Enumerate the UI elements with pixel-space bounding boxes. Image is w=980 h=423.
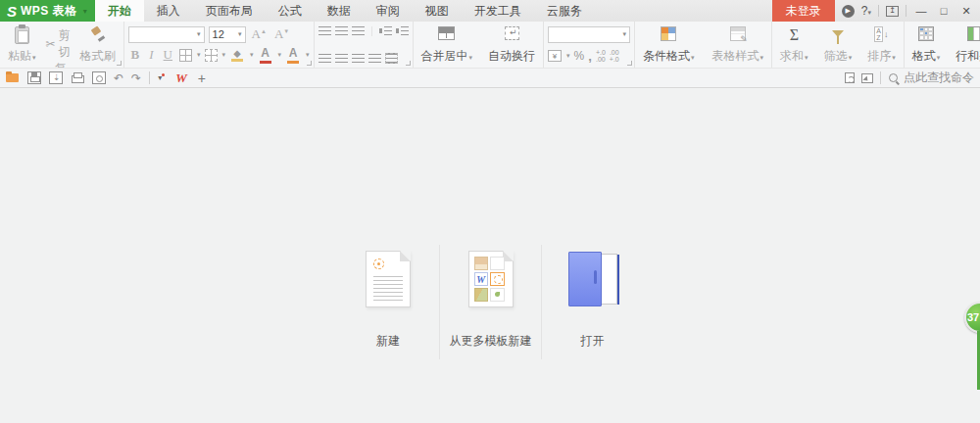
clipboard-group: 粘贴▾ ✂ 剪切 复制 格式刷 [0,22,124,68]
tab-page-layout[interactable]: 页面布局 [193,0,266,22]
template-thumbnails: W [474,257,505,302]
print-preview-icon[interactable] [92,71,106,84]
increase-indent-icon[interactable] [396,26,409,35]
conditional-format-button[interactable]: 条件格式▾ [639,24,699,67]
borders-icon[interactable] [179,49,192,62]
increase-decimal-button[interactable]: +.0.00 [596,49,606,63]
wps-s-icon: S [7,4,17,19]
tab-insert[interactable]: 插入 [144,0,193,22]
tab-cloud[interactable]: 云服务 [534,0,595,22]
export-pdf-icon[interactable] [49,71,63,84]
table-style-button[interactable]: 表格样式▾ [709,24,768,67]
cut-button[interactable]: ✂ 剪切 [46,27,71,61]
open-file-action[interactable]: 打开 [541,245,643,359]
save-icon[interactable] [27,71,41,84]
tab-developer[interactable]: 开发工具 [462,0,534,22]
alignment-dialog-launcher[interactable] [406,61,411,66]
align-center-icon[interactable] [335,54,348,63]
grow-font-button[interactable]: A▲ [250,26,269,42]
print-icon[interactable] [71,71,84,84]
tab-data[interactable]: 数据 [315,0,364,22]
minimize-button[interactable]: — [913,5,929,17]
text-orientation-icon[interactable] [385,53,398,64]
copy-button[interactable]: 复制 [46,61,71,70]
align-bottom-icon[interactable] [352,26,365,35]
switch-window-icon[interactable] [861,73,873,83]
paint-bucket-icon: ⬥ [234,48,241,59]
new-document-action[interactable]: 新建 [337,245,439,359]
percent-style-button[interactable]: % [574,49,585,63]
titlebar-controls: 未登录 ▶ ?▾ ↥ — □ ✕ [772,0,980,22]
customize-toolbar-icon[interactable]: ▾ [158,73,165,82]
ribbon-tabs: 开始 插入 页面布局 公式 数据 审阅 视图 开发工具 云服务 [95,0,595,22]
font-name-combo[interactable]: ▾ [128,26,205,43]
italic-button[interactable]: I [146,47,156,63]
open-file-label: 打开 [581,333,605,350]
bold-button[interactable]: B [128,47,143,63]
paste-button[interactable]: 粘贴▾ [4,24,40,67]
close-button[interactable]: ✕ [958,5,974,18]
new-from-template-action[interactable]: W 从更多模板新建 [439,245,541,359]
rows-columns-icon [967,26,980,41]
new-document-tab-button[interactable]: + [198,70,206,86]
task-window-icon[interactable] [845,72,855,83]
sort-button[interactable]: AZ↓ 排序▾ [863,24,900,67]
sigma-icon: Σ [790,26,799,44]
clipboard-dialog-launcher[interactable] [117,61,122,66]
justify-icon[interactable] [368,54,381,63]
merge-center-button[interactable]: 合并居中▾ [417,24,477,67]
highlight-color-button[interactable]: A [285,47,301,63]
feedback-icon[interactable]: ▶ [842,5,855,18]
divider [149,71,150,84]
open-file-icon[interactable] [6,71,20,84]
tab-formulas[interactable]: 公式 [266,0,315,22]
command-search[interactable]: 点此查找命令 [888,70,974,86]
fill-color-button[interactable]: ⬥ [229,48,245,62]
font-color-button[interactable]: A [258,47,273,63]
styles-group: 条件格式▾ 表格样式▾ [635,22,772,68]
divider [880,71,881,84]
document-tab-wps-icon[interactable]: W [172,70,190,86]
maximize-button[interactable]: □ [936,5,952,17]
sort-az-icon: AZ↓ [874,26,888,42]
merge-center-icon [438,26,455,40]
ribbon: 粘贴▾ ✂ 剪切 复制 格式刷 ▾ [0,22,980,69]
wrap-text-button[interactable]: 自动换行 [484,24,539,67]
tab-review[interactable]: 审阅 [364,0,413,22]
chevron-down-icon: ▾ [83,7,87,16]
filter-button[interactable]: 筛选▾ [820,24,857,67]
new-document-icon [366,251,411,307]
funnel-icon [832,30,844,37]
sum-button[interactable]: Σ 求和▾ [776,24,812,67]
align-left-icon[interactable] [318,54,331,63]
help-button[interactable]: ?▾ [861,4,871,18]
format-painter-button[interactable]: 格式刷 [76,24,120,67]
align-middle-icon[interactable] [335,26,348,35]
shrink-font-button[interactable]: A▼ [272,26,291,42]
wps-logo[interactable]: S WPS 表格 ▾ [0,0,95,22]
rows-columns-button[interactable]: 行和列▾ [952,24,980,67]
draw-border-icon[interactable] [205,49,218,62]
hide-ribbon-icon[interactable]: ↥ [886,6,899,17]
currency-format-icon[interactable]: ¥ [548,50,562,62]
font-group: ▾ 12▾ A▲ A▼ B I U ▾ ▾ ⬥▾ A▾ A▾ [124,22,315,68]
underline-button[interactable]: U [161,47,175,63]
undo-icon[interactable]: ↶ [114,71,123,85]
command-search-hint: 点此查找命令 [904,70,974,86]
tab-view[interactable]: 视图 [413,0,462,22]
scissors-icon: ✂ [46,37,56,51]
align-top-icon[interactable] [318,26,331,35]
font-dialog-launcher[interactable] [307,61,312,66]
decrease-indent-icon[interactable] [379,26,392,35]
promo-badge[interactable]: 37 [964,302,980,333]
redo-icon[interactable]: ↷ [131,71,141,85]
number-dialog-launcher[interactable] [627,61,632,66]
login-button[interactable]: 未登录 [772,0,835,22]
number-format-combo[interactable]: ▾ [548,26,630,43]
tab-home[interactable]: 开始 [95,0,144,22]
comma-style-button[interactable]: , [588,49,592,64]
format-button[interactable]: 格式▾ [908,24,945,67]
align-right-icon[interactable] [352,54,365,63]
decrease-decimal-button[interactable]: .00+.0 [610,49,619,63]
font-size-combo[interactable]: 12▾ [209,26,246,43]
